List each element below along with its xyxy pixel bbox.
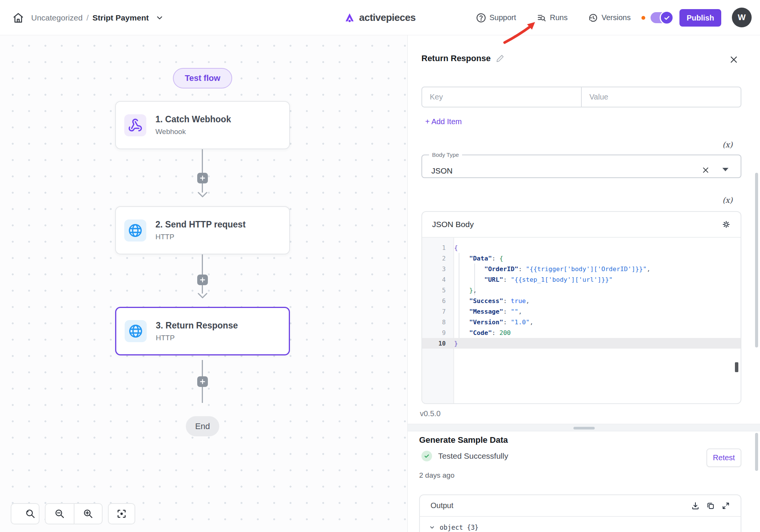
- download-icon[interactable]: [691, 502, 700, 510]
- output-title: Output: [431, 501, 453, 510]
- home-icon: [13, 12, 24, 24]
- breadcrumb-separator: /: [86, 13, 89, 22]
- zoom-in-out-group: [45, 503, 103, 524]
- user-avatar[interactable]: W: [732, 8, 752, 27]
- zoom-reset-icon: [14, 508, 25, 519]
- output-card: Output object {3}: [419, 494, 741, 532]
- list-search-icon: [537, 13, 546, 23]
- output-tree-row[interactable]: object {3}: [420, 517, 741, 531]
- step-card-send-http[interactable]: 2. Send HTTP request HTTP: [115, 206, 290, 254]
- select-caret-icon[interactable]: [722, 168, 728, 171]
- add-step-button-3[interactable]: [197, 376, 208, 387]
- connector-line: [202, 183, 203, 193]
- json-body-editor: JSON Body 1{2 "Data": {3 "OrderID": "{{t…: [421, 211, 741, 404]
- breadcrumb-flow-name[interactable]: Stript Payment: [92, 13, 149, 22]
- zoom-in-icon: [83, 508, 93, 519]
- step-settings-panel: Return Response + Add Item (x) Body Type…: [407, 35, 760, 532]
- panel-scrollbar-thumb[interactable]: [755, 173, 758, 347]
- clear-selection-icon[interactable]: [702, 166, 709, 174]
- output-header: Output: [420, 495, 741, 517]
- flow-builder-app: Uncategorized / Stript Payment activepie…: [0, 0, 760, 532]
- value-input[interactable]: [582, 87, 741, 107]
- support-label: Support: [489, 13, 516, 22]
- expand-icon[interactable]: [722, 502, 730, 510]
- versions-label: Versions: [602, 13, 631, 22]
- step-icon-box: [125, 320, 147, 342]
- runs-button[interactable]: Runs: [537, 0, 568, 35]
- unpublished-changes-dot: [641, 16, 645, 20]
- flow-canvas[interactable]: Test flow 1. Catch Webhook Webhook 2. Se…: [0, 35, 407, 532]
- runs-label: Runs: [550, 13, 568, 22]
- code-line[interactable]: 9 "Code": 200: [422, 327, 741, 338]
- connector-arrowhead: [197, 192, 208, 198]
- support-button[interactable]: Support: [476, 0, 516, 35]
- insert-variable-icon[interactable]: (x): [722, 196, 733, 205]
- add-item-link[interactable]: + Add Item: [425, 117, 462, 126]
- connector-line: [202, 254, 203, 275]
- code-line[interactable]: 4 "URL": "{{step_1['body']['url']}}": [422, 274, 741, 285]
- step-subtitle: Webhook: [155, 128, 231, 136]
- generate-sample-data-title: Generate Sample Data: [419, 435, 508, 445]
- chevron-down-icon: [429, 524, 435, 530]
- key-input[interactable]: [422, 87, 581, 107]
- edit-pencil-icon[interactable]: [496, 54, 504, 63]
- code-line[interactable]: 1{: [422, 242, 741, 253]
- piece-version-label: v0.5.0: [420, 409, 440, 418]
- editor-scrollbar-thumb[interactable]: [735, 362, 738, 372]
- zoom-in-button[interactable]: [74, 504, 102, 524]
- activepieces-logo: activepieces: [344, 0, 416, 35]
- step-icon-box: [124, 219, 146, 242]
- zoom-out-icon: [54, 508, 65, 519]
- webhook-icon: [128, 118, 142, 133]
- divider-drag-handle[interactable]: [573, 427, 595, 429]
- flow-menu-button[interactable]: [155, 14, 164, 22]
- insert-variable-icon[interactable]: (x): [722, 140, 733, 149]
- panel-scrollbar-thumb[interactable]: [755, 433, 758, 471]
- home-button[interactable]: [11, 11, 25, 25]
- connector-arrowhead: [197, 293, 208, 299]
- step-subtitle: HTTP: [155, 233, 245, 241]
- code-line[interactable]: 5 },: [422, 285, 741, 295]
- panel-section-divider: [408, 424, 760, 431]
- retest-button[interactable]: Retest: [706, 448, 741, 467]
- close-panel-button[interactable]: [729, 55, 738, 64]
- connector-line: [202, 387, 203, 403]
- last-tested-time: 2 days ago: [419, 471, 454, 480]
- step-card-return-response[interactable]: 3. Return Response HTTP: [115, 307, 290, 355]
- copy-icon[interactable]: [706, 502, 715, 510]
- versions-button[interactable]: Versions: [588, 0, 631, 35]
- sparkle-icon[interactable]: [722, 220, 731, 229]
- add-step-button-1[interactable]: [197, 173, 208, 183]
- check-icon: [424, 453, 430, 459]
- breadcrumb: Uncategorized / Stript Payment: [31, 0, 164, 35]
- code-line[interactable]: 8 "Version": "1.0",: [422, 317, 741, 327]
- add-step-button-2[interactable]: [197, 275, 208, 285]
- step-title: 1. Catch Webhook: [155, 114, 231, 125]
- canvas-zoom-controls: [11, 503, 135, 524]
- code-line[interactable]: 7 "Message": "",: [422, 306, 741, 317]
- plus-icon: [200, 175, 206, 181]
- test-flow-button[interactable]: Test flow: [173, 68, 232, 88]
- check-icon: [663, 14, 670, 21]
- zoom-reset-button[interactable]: [11, 503, 40, 524]
- flow-enabled-toggle[interactable]: [651, 12, 673, 23]
- fit-to-view-button[interactable]: [108, 503, 135, 524]
- connector-line: [202, 360, 203, 376]
- step-card-catch-webhook[interactable]: 1. Catch Webhook Webhook: [115, 101, 290, 149]
- test-status-text: Tested Successfully: [438, 451, 508, 461]
- close-icon: [729, 55, 738, 64]
- code-line[interactable]: 6 "Success": true,: [422, 295, 741, 306]
- breadcrumb-category[interactable]: Uncategorized: [31, 13, 82, 22]
- step-icon-box: [124, 114, 146, 136]
- body-type-select[interactable]: Body Type JSON: [421, 152, 741, 178]
- code-editor-area[interactable]: 1{2 "Data": {3 "OrderID": "{{trigger['bo…: [422, 238, 741, 404]
- code-line[interactable]: 10}: [422, 338, 741, 349]
- code-line[interactable]: 2 "Data": {: [422, 253, 741, 264]
- publish-button[interactable]: Publish: [679, 9, 721, 27]
- body-type-value: JSON: [431, 166, 453, 175]
- code-line[interactable]: 3 "OrderID": "{{trigger['body']['OrderID…: [422, 264, 741, 274]
- fit-to-view-icon: [116, 508, 127, 519]
- flow-end-node: End: [186, 416, 219, 436]
- zoom-out-button[interactable]: [46, 504, 74, 524]
- test-status-row: Tested Successfully: [421, 451, 508, 461]
